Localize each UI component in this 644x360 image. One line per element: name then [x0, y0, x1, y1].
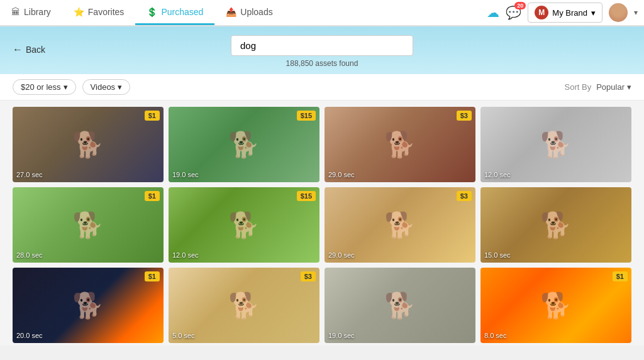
video-grid: $1 🐕 27.0 sec $15 🐕 19.0 sec $3 🐕 29.0 s…	[0, 101, 644, 346]
favorites-tab-label: Favorites	[88, 7, 125, 17]
chevron-down-icon: ▾	[591, 8, 596, 18]
sort-by-label: Sort By	[565, 82, 592, 92]
duration-label: 19.0 sec	[328, 332, 355, 339]
duration-label: 5.0 sec	[172, 332, 194, 339]
video-card[interactable]: 🐕 12.0 sec	[480, 107, 631, 182]
video-card[interactable]: $15 🐕 12.0 sec	[169, 187, 319, 263]
search-input[interactable]	[231, 35, 413, 56]
avatar[interactable]	[609, 3, 628, 22]
back-label: Back	[26, 45, 45, 55]
video-card[interactable]: $3 🐕 29.0 sec	[325, 107, 475, 182]
duration-label: 27.0 sec	[16, 171, 43, 178]
brand-dropdown[interactable]: M My Brand ▾	[528, 3, 602, 23]
duration-label: 29.0 sec	[328, 251, 355, 259]
type-filter-label: Videos	[91, 82, 116, 92]
video-card[interactable]: $1 🐕 20.0 sec	[13, 268, 164, 343]
duration-label: 19.0 sec	[172, 171, 199, 178]
duration-label: 12.0 sec	[172, 251, 199, 259]
video-card[interactable]: $3 🐕 5.0 sec	[169, 268, 319, 343]
duration-label: 28.0 sec	[16, 251, 43, 259]
sort-chevron: ▾	[627, 82, 631, 92]
back-arrow-icon: ←	[13, 44, 23, 55]
brand-initial: M	[535, 6, 548, 19]
purchased-tab-icon: 💲	[147, 7, 157, 17]
duration-label: 8.0 sec	[484, 332, 506, 339]
chat-badge: 20	[514, 2, 526, 9]
duration-label: 12.0 sec	[484, 171, 511, 178]
purchased-tab-label: Purchased	[161, 7, 203, 17]
video-card[interactable]: $1 🐕 28.0 sec	[13, 187, 164, 263]
video-card[interactable]: 🐕 15.0 sec	[480, 187, 631, 263]
sort-by-control[interactable]: Sort By Popular ▾	[565, 82, 631, 92]
duration-label: 20.0 sec	[16, 332, 43, 339]
price-filter-button[interactable]: $20 or less ▾	[13, 79, 76, 95]
chat-wrapper: 💬 20	[506, 5, 521, 20]
back-button[interactable]: ← Back	[13, 44, 45, 55]
type-filter-chevron: ▾	[118, 82, 122, 92]
uploads-tab-icon: 📤	[226, 7, 236, 17]
uploads-tab-label: Uploads	[240, 7, 272, 17]
header-right: ☁ 💬 20 M My Brand ▾ ▾	[487, 0, 644, 25]
video-card[interactable]: 🐕 19.0 sec	[325, 268, 475, 343]
brand-name: My Brand	[552, 8, 587, 18]
nav-tab-library[interactable]: 🏛Library	[0, 0, 62, 25]
cloud-icon[interactable]: ☁	[487, 5, 499, 20]
search-results-count: 188,850 assets found	[0, 59, 644, 68]
duration-label: 15.0 sec	[484, 251, 511, 259]
price-filter-label: $20 or less	[21, 82, 61, 92]
duration-label: 29.0 sec	[328, 171, 355, 178]
nav-tab-uploads[interactable]: 📤Uploads	[214, 0, 284, 25]
video-card[interactable]: $3 🐕 29.0 sec	[325, 187, 475, 263]
price-filter-chevron: ▾	[64, 82, 68, 92]
library-tab-label: Library	[24, 7, 51, 17]
avatar-chevron[interactable]: ▾	[634, 8, 638, 17]
nav-tab-purchased[interactable]: 💲Purchased	[135, 0, 214, 25]
filters-bar: $20 or less ▾ Videos ▾ Sort By Popular ▾	[0, 74, 644, 101]
favorites-tab-icon: ⭐	[74, 7, 84, 17]
main-header: 🏛Library⭐Favorites💲Purchased📤Uploads ☁ 💬…	[0, 0, 644, 26]
sort-by-value: Popular	[596, 82, 625, 92]
video-card[interactable]: $1 🐕 27.0 sec	[13, 107, 164, 182]
type-filter-button[interactable]: Videos ▾	[82, 79, 131, 95]
video-card[interactable]: $15 🐕 19.0 sec	[169, 107, 319, 182]
library-tab-icon: 🏛	[11, 7, 20, 17]
video-card[interactable]: $1 🐕 8.0 sec	[480, 268, 631, 343]
nav-tabs: 🏛Library⭐Favorites💲Purchased📤Uploads	[0, 0, 284, 25]
search-area: ← Back 188,850 assets found	[0, 26, 644, 74]
avatar-image	[609, 3, 628, 22]
nav-tab-favorites[interactable]: ⭐Favorites	[62, 0, 136, 25]
